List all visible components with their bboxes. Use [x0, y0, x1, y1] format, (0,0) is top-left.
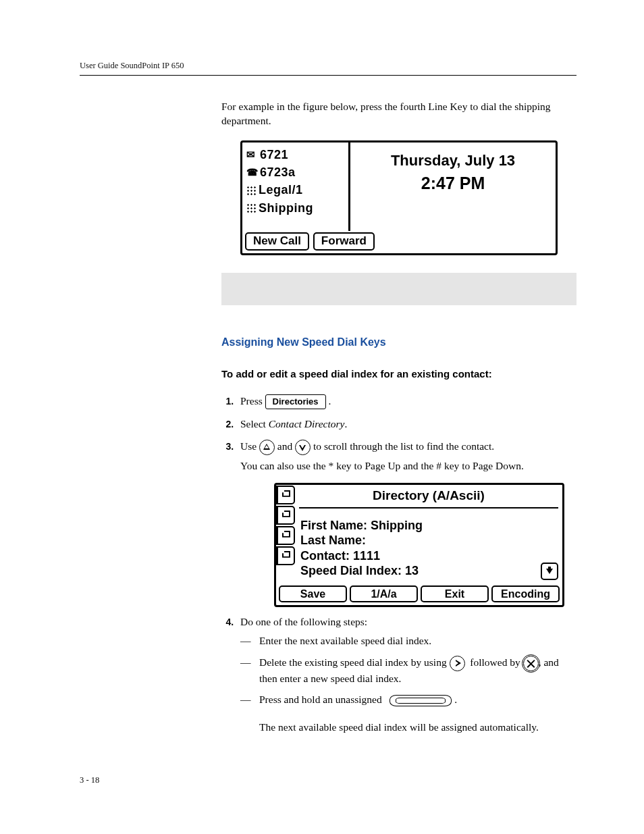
step-2-text-b: . [344, 418, 347, 429]
step-1: Press Directories . [236, 394, 576, 409]
side-tabs [276, 485, 295, 584]
grid-icon [246, 203, 256, 213]
step-4-text: Do one of the following steps: [240, 616, 367, 627]
right-arrow-icon [450, 656, 465, 671]
step-4-option-2: Delete the existing speed dial index by … [259, 655, 576, 686]
step-4-opt2-b: followed by [470, 656, 522, 668]
step-4-option-3: Press and hold an unassigned . [259, 692, 576, 707]
directory-title: Directory (A/Ascii) [299, 485, 558, 509]
softkey-new-call: New Call [245, 232, 309, 251]
intro-paragraph: For example in the figure below, press t… [221, 100, 576, 128]
tab-icon [276, 486, 295, 504]
line-key-3: Legal/1 [246, 182, 344, 198]
grid-icon [246, 186, 256, 195]
step-3-note: You can also use the * key to Page Up an… [240, 459, 576, 473]
softkey-encoding: Encoding [491, 585, 560, 603]
softkey-forward: Forward [313, 232, 375, 251]
page-footer: 3 - 18 [80, 775, 576, 785]
phone-icon [246, 167, 257, 177]
idle-screen-info: Thursday, July 13 2:47 PM [350, 142, 556, 231]
step-2: Select Contact Directory. [236, 417, 576, 432]
step-3-text-c: to scroll through the list to find the c… [313, 440, 494, 452]
time-display: 2:47 PM [354, 172, 552, 195]
field-first-name: First Name: Shipping [300, 518, 557, 533]
softkey-exit: Exit [421, 585, 489, 603]
step-3: Use and to scroll through the list to fi… [236, 440, 576, 607]
main-content: For example in the figure below, press t… [221, 100, 576, 735]
envelope-icon [246, 150, 257, 159]
date-display: Thursday, July 13 [354, 151, 552, 171]
line-key-2: 6723a [246, 164, 344, 180]
steps-list: Press Directories . Select Contact Direc… [221, 394, 576, 735]
scroll-down-icon [541, 563, 558, 580]
step-4-options: Enter the next available speed dial inde… [240, 633, 576, 707]
step-3-text-a: Use [240, 440, 259, 452]
step-2-emphasis: Contact Directory [269, 418, 345, 429]
page-number: 3 - 18 [80, 775, 99, 785]
step-1-text-a: Press [240, 395, 265, 407]
line-key-4-label: Shipping [259, 200, 313, 216]
step-2-text-a: Select [240, 418, 269, 429]
field-contact: Contact: 1111 [300, 548, 557, 564]
line-key-2-label: 6723a [260, 164, 296, 180]
step-1-text-b: . [328, 395, 331, 407]
tab-icon [276, 506, 295, 525]
step-4-opt3-a: Press and hold an unassigned [259, 694, 382, 705]
tab-icon [276, 526, 295, 545]
procedure-heading: To add or edit a speed dial index for an… [221, 367, 576, 381]
step-4: Do one of the following steps: Enter the… [236, 615, 576, 735]
step-4-option-1: Enter the next available speed dial inde… [259, 633, 576, 648]
line-key-3-label: Legal/1 [259, 182, 303, 198]
softkey-row-2: Save 1/A/a Exit Encoding [276, 584, 562, 606]
softkey-save: Save [279, 585, 347, 603]
page-header: User Guide SoundPoint IP 650 [80, 61, 576, 71]
section-heading: Assigning New Speed Dial Keys [221, 335, 576, 350]
step-4-opt2-a: Delete the existing speed dial index by … [259, 656, 450, 668]
step-3-text-b: and [277, 440, 295, 452]
step-4-opt3-b: . [454, 694, 457, 705]
field-last-name: Last Name: [300, 533, 557, 548]
header-rule [80, 75, 576, 76]
phone-screen-figure-1: 6721 6723a Legal/1 Shipping Thursday, Ju… [240, 140, 558, 255]
grey-note-block [221, 273, 576, 305]
softkey-mode: 1/A/a [350, 585, 418, 603]
line-key-4: Shipping [246, 200, 344, 216]
field-speed-dial: Speed Dial Index: 13 [300, 563, 557, 579]
line-key-1: 6721 [246, 147, 344, 163]
tab-icon [276, 546, 295, 565]
directories-key: Directories [265, 394, 326, 409]
phone-screen-figure-2: Directory (A/Ascii) First Name: Shipping… [274, 483, 564, 607]
step-4-result: The next available speed dial index will… [259, 721, 576, 735]
delete-x-icon [523, 656, 539, 671]
line-key-oval-icon [390, 695, 452, 706]
line-key-1-label: 6721 [260, 147, 288, 163]
up-arrow-icon [259, 440, 275, 455]
softkey-row: New Call Forward [242, 231, 556, 253]
down-arrow-icon [295, 440, 311, 455]
directory-fields: First Name: Shipping Last Name: Contact:… [295, 509, 562, 584]
line-keys-panel: 6721 6723a Legal/1 Shipping [242, 142, 350, 231]
